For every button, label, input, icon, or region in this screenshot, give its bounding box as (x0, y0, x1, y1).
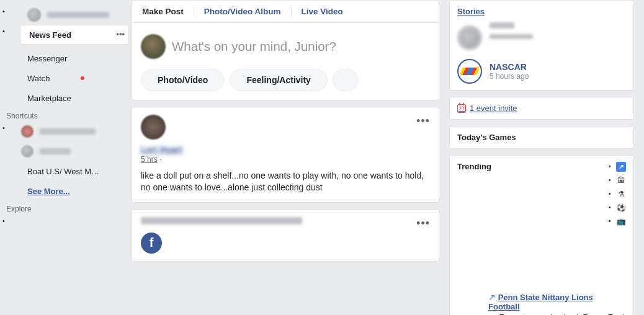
calendar-icon: 27 (457, 104, 466, 113)
sidebar-section-explore: Explore (0, 201, 129, 215)
shortcut-icon (21, 125, 34, 138)
trending-filter-science-icon[interactable]: ⚗ (616, 189, 626, 199)
composer-action-feeling[interactable]: Feeling/Activity (230, 69, 327, 91)
games-card: Today's Games (449, 126, 634, 149)
post-avatar[interactable] (141, 115, 166, 140)
sidebar-shortcut-label: Shortcut One (40, 128, 96, 135)
sidebar-profile-name: User Name (47, 12, 109, 18)
trending-filter-entertainment-icon[interactable]: 📺 (616, 216, 626, 226)
trending-story-link[interactable]: Penn State Nittany Lions Football (488, 293, 593, 311)
shortcut-icon (21, 145, 34, 158)
trending-story-desc[interactable]: Four-star running back Devyn Ford commit… (499, 313, 625, 315)
story-time: 11 hours ago (490, 34, 533, 39)
sidebar-shortcut-label: Shortcut Two (40, 148, 71, 154)
story-time: 5 hours ago (490, 72, 529, 81)
event-invite-link[interactable]: 27 1 event invite (457, 104, 626, 113)
event-invite-text: 1 event invite (470, 104, 517, 113)
sidebar-shortcut-1[interactable]: Shortcut One (19, 122, 129, 141)
trending-filter-politics-icon[interactable]: 🏛 (616, 175, 626, 185)
stories-card: Stories Friend 11 hours ago NASCAR 5 hou… (449, 0, 634, 91)
trending-filter-icons: ↗ 🏛 ⚗ ⚽ 📺 (609, 162, 626, 230)
composer-prompt[interactable]: What's on your mind, Junior? (172, 39, 336, 54)
sidebar-shortcut-label: Boat U.S/ West M… (27, 167, 99, 176)
sidebar-item-messenger[interactable]: Messenger (19, 48, 129, 68)
trending-filter-top-icon[interactable]: ↗ (616, 162, 626, 172)
composer-action-photo-video[interactable]: Photo/Video (141, 69, 225, 91)
story-name: NASCAR (490, 62, 529, 72)
sidebar-item-marketplace[interactable]: Marketplace (19, 88, 129, 108)
story-item-1[interactable]: Friend 11 hours ago (457, 22, 626, 53)
post-author-link[interactable]: Lori Huart (141, 144, 182, 154)
story-item-2[interactable]: NASCAR 5 hours ago (457, 59, 626, 84)
sidebar-section-shortcuts: Shortcuts (0, 108, 129, 122)
sidebar-item-label: Watch (27, 74, 50, 83)
notification-dot-icon (81, 76, 84, 80)
trending-card: Trending ↗ 🏛 ⚗ ⚽ 📺 ↗ Penn State Nittany … (449, 155, 634, 315)
post-card-shared: ••• Someone shared a link f (132, 209, 439, 262)
composer-tab-make-post[interactable]: Make Post (132, 1, 194, 22)
sidebar-item-label: News Feed (29, 30, 71, 40)
post-menu-icon[interactable]: ••• (416, 115, 430, 128)
story-name: Friend (490, 22, 514, 29)
trending-filter-sports-icon[interactable]: ⚽ (616, 203, 626, 213)
composer-card: Make Post Photo/Video Album Live Video W… (132, 0, 439, 100)
avatar-icon (27, 8, 41, 22)
story-avatar (457, 25, 482, 50)
post-timestamp[interactable]: 5 hrs (141, 155, 158, 164)
composer-avatar (141, 34, 166, 59)
sidebar-bullet: Shortcut One Shortcut Two Boat U.S/ West… (0, 122, 129, 201)
sidebar-see-more[interactable]: See More... (19, 181, 129, 201)
sidebar-profile[interactable]: User Name (19, 5, 129, 25)
stories-title[interactable]: Stories (457, 7, 626, 16)
story-avatar (457, 59, 482, 84)
trending-title: Trending (457, 162, 491, 171)
composer-tab-live-video[interactable]: Live Video (292, 1, 353, 22)
nascar-logo-icon (460, 68, 480, 75)
games-title: Today's Games (457, 133, 626, 142)
post-text: like a doll put on a shelf...no one want… (132, 166, 439, 202)
see-more-link: See More... (27, 187, 70, 196)
post-menu-icon[interactable]: ••• (416, 217, 430, 230)
sidebar-item-news-feed[interactable]: News Feed ••• (20, 25, 129, 45)
post-card: ••• Lori Huart 5 hrs · like a doll put o… (132, 107, 439, 203)
sidebar-item-label: Messenger (27, 54, 67, 63)
sidebar-bullet: News Feed ••• Messenger Watch Marketplac… (0, 25, 129, 108)
more-icon[interactable]: ••• (116, 29, 125, 38)
sidebar-bullet (0, 215, 129, 224)
sidebar-shortcut-2[interactable]: Shortcut Two (19, 141, 129, 161)
facebook-logo-icon: f (141, 233, 162, 254)
sidebar-item-label: Marketplace (27, 94, 71, 103)
composer-action-more[interactable] (333, 69, 359, 91)
sidebar-item-watch[interactable]: Watch (19, 68, 129, 88)
sidebar-shortcut-3[interactable]: Boat U.S/ West M… (19, 161, 129, 181)
events-card: 27 1 event invite (449, 97, 634, 120)
composer-tab-photo-video-album[interactable]: Photo/Video Album (194, 1, 291, 22)
post-shared-line: Someone shared a link (141, 217, 302, 224)
sidebar-bullet: User Name (0, 5, 129, 25)
